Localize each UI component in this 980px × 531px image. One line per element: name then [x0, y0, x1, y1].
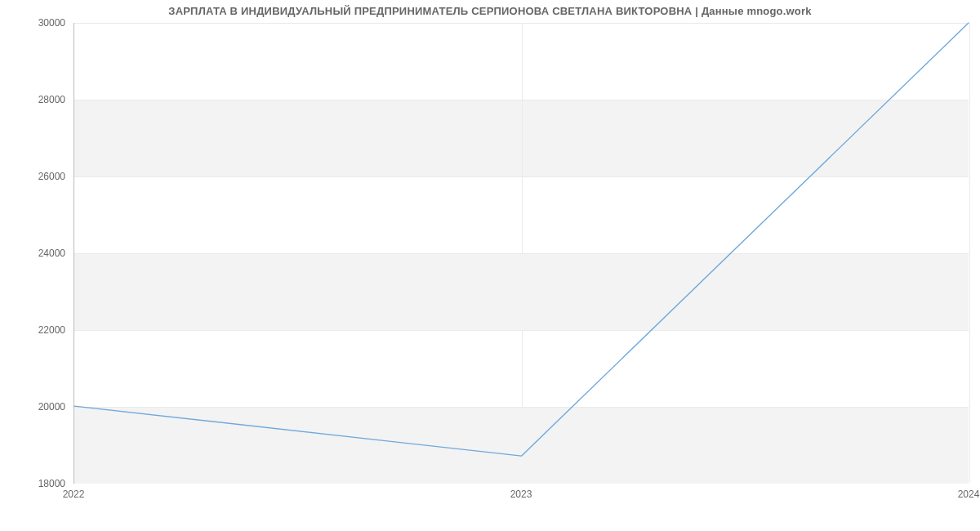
y-tick-label: 24000	[0, 248, 65, 259]
chart-title: ЗАРПЛАТА В ИНДИВИДУАЛЬНЫЙ ПРЕДПРИНИМАТЕЛ…	[0, 5, 980, 17]
chart-container: ЗАРПЛАТА В ИНДИВИДУАЛЬНЫЙ ПРЕДПРИНИМАТЕЛ…	[0, 0, 980, 531]
y-tick-label: 18000	[0, 478, 65, 489]
series-line	[74, 23, 969, 456]
y-tick-label: 26000	[0, 171, 65, 182]
line-series	[74, 23, 969, 483]
plot-area	[74, 23, 969, 484]
x-tick-label: 2024	[958, 489, 980, 500]
y-tick-label: 30000	[0, 17, 65, 29]
v-gridline	[969, 23, 970, 483]
x-tick-label: 2023	[510, 489, 532, 500]
y-tick-label: 22000	[0, 324, 65, 336]
y-tick-label: 20000	[0, 401, 65, 413]
x-tick-label: 2022	[63, 489, 85, 500]
y-tick-label: 28000	[0, 94, 65, 105]
